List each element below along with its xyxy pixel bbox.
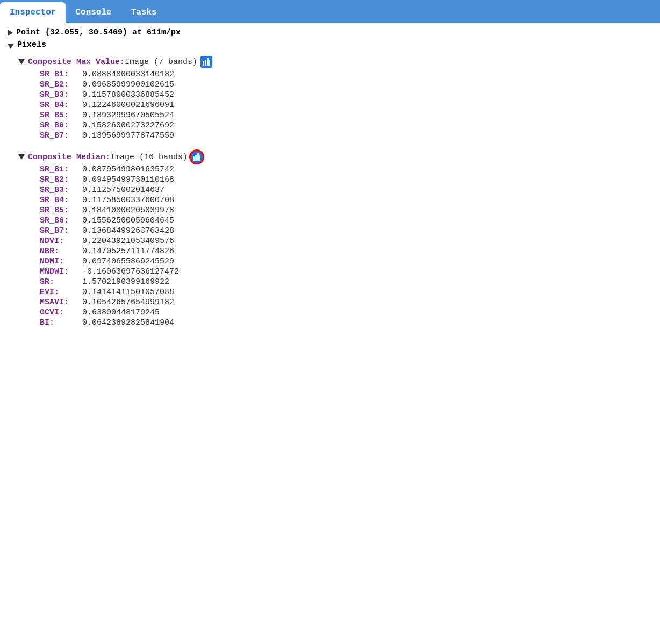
- svg-rect-6: [197, 153, 199, 161]
- composite-median-image-info: Image (16 bands): [110, 153, 188, 162]
- band-row: SR_B4: 0.12246000021696091: [40, 101, 652, 110]
- collapse-composite-median-icon[interactable]: [18, 154, 25, 160]
- band-row: SR_B6: 0.15826000273227692: [40, 121, 652, 130]
- band-row: MSAVI: 0.10542657654999182: [40, 298, 652, 307]
- svg-rect-7: [199, 155, 200, 161]
- composite-max-header: Composite Max Value: Image (7 bands): [18, 56, 652, 68]
- svg-rect-3: [209, 60, 210, 66]
- point-line: Point (32.055, 30.5469) at 611m/px: [8, 28, 652, 37]
- band-row: SR_B1: 0.08884000033140182: [40, 70, 652, 79]
- composite-max-section: Composite Max Value: Image (7 bands) SR_…: [8, 56, 652, 140]
- composite-max-chart-icon[interactable]: [200, 56, 212, 68]
- composite-max-label: Composite Max Value:: [28, 58, 125, 67]
- band-row: SR_B7: 0.13956999778747559: [40, 131, 652, 140]
- svg-rect-0: [203, 61, 204, 66]
- svg-rect-4: [193, 156, 195, 161]
- composite-median-section: Composite Median: Image (16 bands) SR_B1…: [8, 151, 652, 327]
- band-row: SR_B6: 0.15562500059604645: [40, 216, 652, 225]
- expand-point-icon[interactable]: [8, 30, 13, 36]
- band-row: SR_B2: 0.09685999900102615: [40, 80, 652, 89]
- band-row: SR_B7: 0.13684499263763428: [40, 226, 652, 235]
- svg-rect-5: [195, 155, 197, 161]
- composite-median-chart-icon[interactable]: [191, 151, 203, 163]
- inspector-content: Point (32.055, 30.5469) at 611m/px Pixel…: [0, 23, 660, 334]
- composite-median-label: Composite Median:: [28, 153, 110, 162]
- point-text: Point (32.055, 30.5469) at 611m/px: [16, 28, 181, 37]
- band-row: GCVI: 0.63800448179245: [40, 308, 652, 317]
- pixels-label: Pixels: [17, 40, 46, 49]
- collapse-pixels-icon[interactable]: [8, 44, 14, 49]
- collapse-composite-max-icon[interactable]: [18, 59, 25, 65]
- band-row: SR_B5: 0.18410000205039978: [40, 206, 652, 215]
- band-row: SR_B4: 0.11758500337600708: [40, 196, 652, 205]
- band-row: BI: 0.06423892825841904: [40, 318, 652, 327]
- band-row: EVI: 0.14141411501057088: [40, 288, 652, 297]
- svg-rect-1: [205, 60, 206, 66]
- band-row: SR_B3: 0.11578000336885452: [40, 90, 652, 99]
- composite-max-bands: SR_B1: 0.08884000033140182 SR_B2: 0.0968…: [8, 70, 652, 140]
- pixels-section: Pixels Composite Max Value: Image (7 ban…: [8, 40, 652, 327]
- band-row: MNDWI: -0.16063697636127472: [40, 267, 652, 276]
- tab-bar: Inspector Console Tasks: [0, 0, 660, 23]
- band-row: SR_B5: 0.18932999670505524: [40, 111, 652, 120]
- band-row: NDMI: 0.09740655869245529: [40, 257, 652, 266]
- composite-max-image-info: Image (7 bands): [125, 58, 197, 67]
- band-row: SR_B1: 0.08795499801635742: [40, 165, 652, 174]
- composite-median-header: Composite Median: Image (16 bands): [18, 151, 652, 163]
- svg-rect-2: [207, 58, 209, 66]
- composite-median-bands: SR_B1: 0.08795499801635742 SR_B2: 0.0949…: [8, 165, 652, 327]
- band-row: NBR: 0.14705257111774826: [40, 247, 652, 256]
- band-row: NDVI: 0.22043921053409576: [40, 237, 652, 246]
- tab-inspector[interactable]: Inspector: [0, 2, 66, 23]
- tab-tasks[interactable]: Tasks: [121, 2, 167, 23]
- band-row: SR: 1.5702190399169922: [40, 277, 652, 287]
- band-row: SR_B3: 0.112575002014637: [40, 185, 652, 195]
- band-row: SR_B2: 0.09495499730110168: [40, 175, 652, 184]
- pixels-header: Pixels: [8, 40, 652, 52]
- tab-console[interactable]: Console: [66, 2, 121, 23]
